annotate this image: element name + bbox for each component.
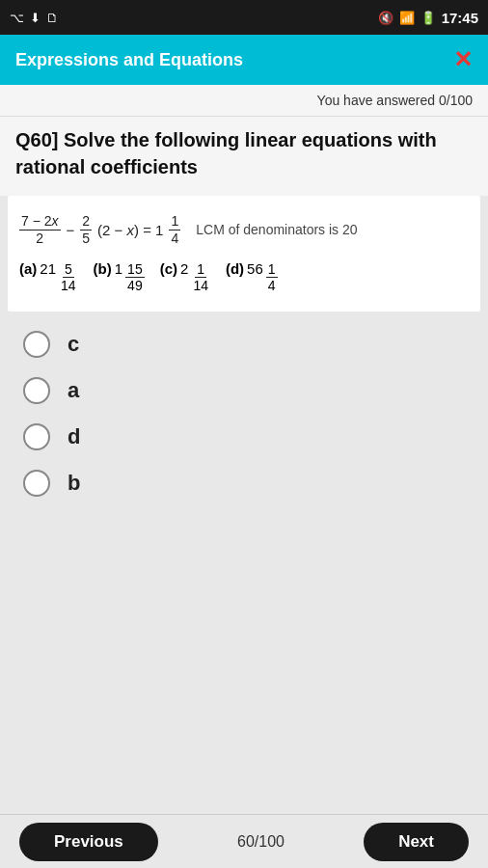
- radio-a[interactable]: [23, 377, 50, 404]
- answer-option-c[interactable]: c: [23, 331, 465, 358]
- usb-icon: ⌥: [10, 11, 24, 25]
- question-label: Q60] Solve the following linear equation…: [15, 126, 473, 180]
- progress-area: You have answered 0/100: [0, 85, 488, 117]
- math-box: 7 − 2x 2 − 2 5 (2 − x) = 1 1 4 LCM of de…: [8, 196, 480, 312]
- options-row: (a) 21 5 14 (b) 1 15 49 (c) 2 1 14 (d): [19, 260, 469, 295]
- header-bar: Expressions and Equations ✕: [0, 35, 488, 85]
- status-bar: ⌥ ⬇ 🗋 🔇 📶 🔋 17:45: [0, 0, 488, 35]
- signal-icon: 📶: [399, 11, 415, 25]
- fraction-2: 2 5: [80, 213, 92, 247]
- answer-option-a[interactable]: a: [23, 377, 465, 404]
- answer-label-b: b: [68, 471, 80, 496]
- fraction-1: 7 − 2x 2: [19, 213, 61, 247]
- answer-label-c: c: [68, 332, 79, 357]
- next-button[interactable]: Next: [364, 823, 469, 861]
- answer-label-d: d: [68, 424, 80, 449]
- mute-icon: 🔇: [378, 11, 393, 25]
- close-button[interactable]: ✕: [453, 46, 473, 73]
- clock: 17:45: [442, 10, 478, 26]
- option-c: (c) 2 1 14: [160, 260, 210, 295]
- fraction-3: 1 4: [169, 213, 180, 247]
- radio-c[interactable]: [23, 331, 50, 358]
- page-indicator: 60/100: [237, 833, 285, 851]
- answer-label-a: a: [68, 378, 79, 403]
- bottom-nav: Previous 60/100 Next: [0, 814, 488, 868]
- question-section: Q60] Solve the following linear equation…: [0, 117, 488, 196]
- radio-b[interactable]: [23, 470, 50, 497]
- file-icon: 🗋: [46, 11, 59, 25]
- progress-text: You have answered 0/100: [317, 93, 473, 108]
- answers-section: c a d b: [0, 312, 488, 535]
- header-title: Expressions and Equations: [15, 50, 243, 70]
- option-b: (b) 1 15 49: [94, 260, 145, 295]
- equation-line: 7 − 2x 2 − 2 5 (2 − x) = 1 1 4 LCM of de…: [19, 213, 469, 247]
- option-d: (d) 56 1 4: [226, 260, 278, 295]
- status-right: 🔇 📶 🔋 17:45: [378, 10, 478, 26]
- status-icons: ⌥ ⬇ 🗋: [10, 11, 59, 25]
- battery-icon: 🔋: [420, 11, 436, 25]
- option-a: (a) 21 5 14: [19, 260, 78, 295]
- lcm-note: LCM of denominators is 20: [196, 222, 357, 237]
- previous-button[interactable]: Previous: [19, 823, 158, 861]
- answer-option-b[interactable]: b: [23, 470, 465, 497]
- download-icon: ⬇: [30, 11, 41, 25]
- answer-option-d[interactable]: d: [23, 423, 465, 450]
- radio-d[interactable]: [23, 423, 50, 450]
